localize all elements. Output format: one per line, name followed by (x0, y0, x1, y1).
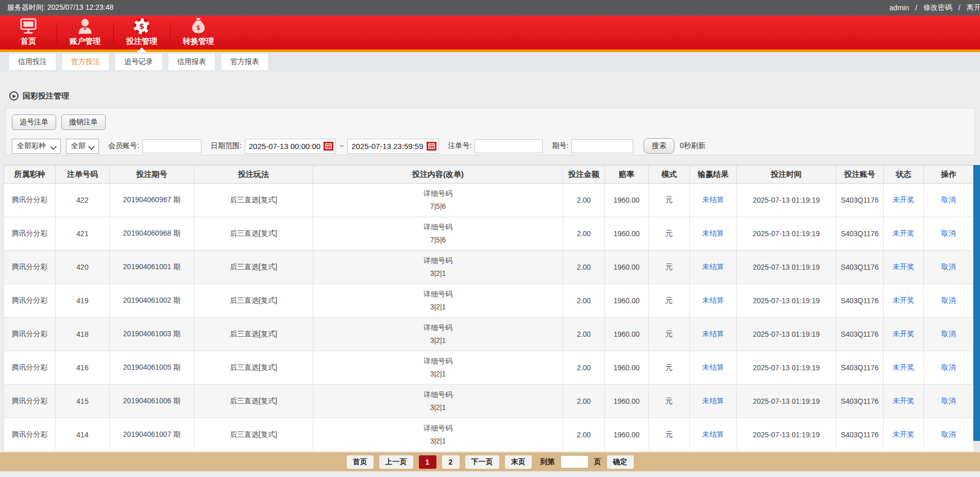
page-button-1[interactable]: 1 (419, 455, 436, 469)
play-cell-text: 后三直选[复式] (230, 262, 277, 271)
order-number-input[interactable] (475, 139, 543, 153)
status-cell: 未开奖 (884, 385, 924, 418)
account-cell-text: S403Q1176 (841, 330, 879, 338)
goto-confirm-button[interactable]: 确定 (607, 455, 634, 469)
order-no-cell-text: 416 (76, 364, 88, 372)
col-header-lottery: 所属彩种 (4, 166, 56, 184)
amount-cell-text: 2.00 (577, 397, 590, 405)
tab-official-bet[interactable]: 官方投注 (62, 54, 109, 70)
chip-icon: $ (132, 17, 151, 36)
next-page-button[interactable]: 下一页 (465, 455, 499, 469)
scrollbar-thumb[interactable] (973, 165, 980, 441)
table-row: 腾讯分分彩416201904061005 期后三直选[复式]详细号码3|2|12… (4, 351, 974, 385)
page-button-2[interactable]: 2 (442, 455, 460, 469)
time-cell-text: 2025-07-13 01:19:19 (753, 364, 820, 372)
lottery-type-select[interactable]: 全部彩种 (12, 139, 61, 154)
change-password-link[interactable]: 修改密碼 (923, 3, 952, 12)
order-no-cell-text: 418 (76, 330, 88, 338)
time-cell-text: 2025-07-13 01:19:19 (753, 263, 820, 271)
period-number-input[interactable] (571, 139, 633, 153)
lottery-cell: 腾讯分分彩 (4, 217, 56, 251)
goto-page-input[interactable] (561, 455, 588, 468)
nav-item-accounts[interactable]: 账户管理 (57, 15, 113, 50)
nav-item-bets[interactable]: $ 投注管理 (113, 15, 170, 50)
action-cell-text[interactable]: 取消 (941, 296, 956, 304)
account-cell-text: S403Q1176 (841, 263, 879, 271)
goto-page-label: 到第 (540, 457, 555, 467)
col-header-odds: 赔率 (605, 166, 649, 184)
col-header-mode: 模式 (649, 166, 690, 184)
tab-chase-record[interactable]: 追号记录 (115, 54, 162, 70)
logout-link[interactable]: 离开 (967, 3, 980, 12)
date-to-field[interactable]: 2025-07-13 23:59:59 (347, 139, 438, 154)
nav-item-convert[interactable]: $ 转换管理 (170, 15, 227, 50)
content-cell: 详细号码3|2|1 (313, 418, 563, 452)
odds-cell-text: 1960.00 (614, 196, 640, 204)
content-cell: 详细号码7|5|6 (313, 217, 563, 251)
nav-item-home[interactable]: 首页 (0, 15, 57, 50)
mode-cell-text: 元 (666, 262, 673, 271)
date-from-field[interactable]: 2025-07-13 00:00:00 (245, 139, 336, 154)
search-button[interactable]: 搜索 (644, 138, 674, 154)
action-cell-text[interactable]: 取消 (941, 262, 956, 271)
content-title: 详细号码 (313, 321, 563, 334)
odds-cell: 1960.00 (605, 418, 649, 452)
tab-credit-bet[interactable]: 信用投注 (9, 54, 56, 70)
time-cell-text: 2025-07-13 01:19:19 (753, 397, 820, 405)
tab-official-report[interactable]: 官方报表 (222, 54, 268, 70)
date-separator: ~ (340, 142, 344, 150)
odds-cell: 1960.00 (605, 318, 649, 351)
revoke-order-button[interactable]: 撤销注单 (61, 114, 106, 130)
period-cell: 201904061002 期 (110, 284, 194, 318)
svg-text:$: $ (139, 22, 144, 30)
action-cell-text[interactable]: 取消 (941, 330, 956, 338)
account-cell-text: S403Q1176 (841, 229, 879, 238)
action-cell-text[interactable]: 取消 (941, 397, 956, 405)
tab-credit-report[interactable]: 信用报表 (168, 54, 215, 70)
period-cell-text: 201904060968 期 (123, 229, 180, 237)
content-numbers: 3|2|1 (313, 368, 563, 381)
nav-label: 投注管理 (126, 37, 157, 46)
amount-cell-text: 2.00 (577, 297, 590, 305)
time-cell: 2025-07-13 01:19:19 (737, 217, 836, 251)
calendar-icon[interactable] (324, 142, 333, 151)
scope-select[interactable]: 全部 (66, 139, 99, 154)
user-menu-separator: / (958, 4, 960, 12)
content-cell: 详细号码3|2|1 (313, 284, 563, 318)
content-title: 详细号码 (313, 254, 563, 267)
status-cell: 未开奖 (884, 184, 924, 217)
member-account-input[interactable] (142, 139, 201, 153)
chase-order-button[interactable]: 追号注单 (12, 114, 56, 130)
lottery-cell-text: 腾讯分分彩 (12, 430, 48, 438)
period-cell: 201904061003 期 (110, 318, 194, 351)
prev-page-button[interactable]: 上一页 (379, 455, 413, 469)
action-cell-text[interactable]: 取消 (941, 363, 956, 371)
result-cell-text: 未结算 (702, 397, 724, 405)
vertical-scrollbar[interactable] (973, 165, 980, 452)
action-cell-text[interactable]: 取消 (941, 195, 956, 204)
table-area: 所属彩种 注单号码 投注期号 投注玩法 投注内容(改单) 投注金额 赔率 模式 … (4, 165, 980, 452)
time-cell-text: 2025-07-13 01:19:19 (753, 297, 820, 305)
status-cell: 未开奖 (884, 217, 924, 251)
server-time-label: 服务器时间: (7, 3, 45, 11)
result-cell: 未结算 (690, 318, 737, 351)
content-title: 详细号码 (313, 388, 563, 401)
result-cell-text: 未结算 (702, 229, 724, 237)
account-cell: S403Q1176 (836, 418, 884, 452)
mode-cell-text: 元 (666, 430, 673, 438)
odds-cell: 1960.00 (605, 217, 649, 251)
period-number-label: 期号: (552, 141, 568, 151)
action-cell-text[interactable]: 取消 (941, 229, 956, 237)
period-cell-text: 201904061005 期 (123, 363, 180, 371)
content-numbers: 7|5|6 (313, 234, 563, 246)
last-page-button[interactable]: 末页 (505, 455, 532, 469)
active-nav-indicator (137, 47, 146, 52)
lottery-cell: 腾讯分分彩 (4, 318, 56, 351)
account-cell-text: S403Q1176 (841, 364, 879, 372)
action-cell-text[interactable]: 取消 (941, 430, 956, 438)
calendar-icon[interactable] (427, 142, 436, 151)
first-page-button[interactable]: 首页 (347, 455, 374, 469)
result-cell: 未结算 (690, 284, 737, 318)
play-cell: 后三直选[复式] (194, 217, 313, 251)
action-cell: 取消 (924, 351, 974, 385)
